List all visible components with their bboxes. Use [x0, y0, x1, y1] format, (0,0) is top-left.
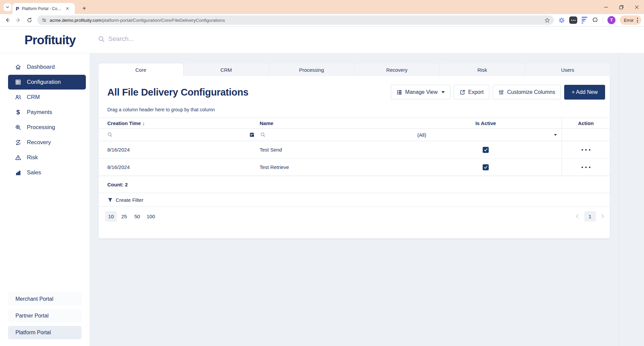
- browser-menu-icon[interactable]: [636, 17, 639, 23]
- browser-tab-strip: P Platform Portal - Configuration ✕ +: [0, 0, 644, 14]
- column-header-creation-time[interactable]: Creation Time↓: [99, 120, 258, 126]
- filter-is-active[interactable]: (All): [410, 129, 561, 141]
- page-size-50[interactable]: 50: [131, 211, 143, 222]
- row-actions-button[interactable]: [582, 149, 590, 151]
- create-filter-button[interactable]: Create Filter: [99, 193, 610, 207]
- browser-tab[interactable]: P Platform Portal - Configuration ✕: [12, 3, 75, 14]
- tab-label: Users: [561, 67, 574, 73]
- sidebar-item-crm[interactable]: CRM: [8, 90, 86, 105]
- page-size-10[interactable]: 10: [105, 211, 117, 222]
- manage-view-button[interactable]: Manage View: [391, 85, 450, 100]
- merchant-portal-button[interactable]: Merchant Portal: [8, 292, 82, 306]
- is-active-checkbox[interactable]: [483, 147, 489, 153]
- bookmark-star-icon[interactable]: [544, 17, 550, 23]
- back-button[interactable]: [4, 17, 11, 23]
- table-row: 8/16/2024 Test Retrieve: [99, 159, 610, 176]
- main-content: 2 Core CRM Processing Recovery Risk User…: [90, 53, 644, 346]
- tab-core[interactable]: Core: [99, 63, 183, 76]
- cell-creation-time: 8/16/2024: [99, 147, 258, 153]
- address-bar[interactable]: acme.demo.profituity.com/platform-portal…: [37, 15, 554, 25]
- global-search-input[interactable]: Search...: [98, 35, 299, 43]
- add-new-button[interactable]: + Add New: [564, 85, 605, 100]
- tab-search-chevron-icon[interactable]: [4, 3, 11, 11]
- page-size-selector: 10 25 50 100: [105, 211, 157, 222]
- warning-triangle-icon: [15, 154, 21, 161]
- platform-portal-button[interactable]: Platform Portal: [8, 326, 82, 339]
- extension-screenshot-icon[interactable]: [569, 16, 577, 24]
- sidebar-item-sales[interactable]: Sales: [8, 165, 86, 180]
- tab-users[interactable]: Users: [526, 63, 610, 76]
- tab-favicon: P: [16, 6, 19, 11]
- sidebar-item-configuration[interactable]: Configuration: [8, 75, 86, 90]
- filter-action-cell: [561, 129, 610, 141]
- chevron-down-icon: [441, 91, 445, 93]
- calendar-icon[interactable]: [249, 132, 255, 137]
- partner-portal-button[interactable]: Partner Portal: [8, 309, 82, 323]
- right-panel-strip: [619, 53, 644, 346]
- page-size-25[interactable]: 25: [118, 211, 130, 222]
- customize-columns-button[interactable]: Customize Columns: [493, 85, 561, 100]
- sidebar-item-label: Risk: [27, 154, 38, 161]
- next-page-button[interactable]: [600, 214, 605, 219]
- table-row: 8/16/2024 Test Send: [99, 141, 610, 159]
- portal-label: Partner Portal: [15, 313, 49, 319]
- tab-processing[interactable]: Processing: [269, 63, 354, 76]
- page-title: All File Delivery Configurations: [107, 87, 249, 98]
- site-settings-icon[interactable]: [41, 17, 47, 23]
- extension-filter-icon[interactable]: [582, 17, 587, 23]
- row-actions-button[interactable]: [582, 167, 590, 168]
- tab-risk[interactable]: Risk: [440, 63, 525, 76]
- button-label: Customize Columns: [507, 89, 555, 95]
- reload-button[interactable]: [26, 17, 33, 23]
- portal-label: Merchant Portal: [15, 296, 53, 302]
- app-header: Profituity Search... AD: [0, 26, 644, 53]
- column-header-is-active[interactable]: Is Active: [410, 120, 561, 126]
- forward-button[interactable]: [15, 17, 22, 23]
- tab-label: Risk: [477, 67, 487, 73]
- button-label: + Add New: [572, 89, 598, 95]
- tab-close-icon[interactable]: ✕: [65, 6, 70, 11]
- close-window-button[interactable]: [634, 4, 639, 10]
- tab-crm[interactable]: CRM: [184, 63, 269, 76]
- extension-spinner-icon[interactable]: [558, 17, 565, 23]
- current-page-button[interactable]: 1: [584, 211, 596, 222]
- sidebar-item-label: CRM: [27, 94, 40, 101]
- previous-page-button[interactable]: [575, 214, 580, 219]
- is-active-select[interactable]: (All): [410, 129, 561, 141]
- minimize-button[interactable]: [603, 4, 608, 10]
- browser-profile-button[interactable]: Error: [620, 15, 641, 25]
- sidebar-item-label: Recovery: [27, 139, 51, 146]
- sidebar-item-recovery[interactable]: Recovery: [8, 135, 86, 150]
- column-header-action: Action: [561, 118, 610, 128]
- cell-creation-time: 8/16/2024: [99, 164, 258, 170]
- filter-name[interactable]: [258, 129, 410, 141]
- sidebar-item-risk[interactable]: Risk: [8, 150, 86, 165]
- sidebar-item-payments[interactable]: $ Payments: [8, 105, 86, 120]
- profile-error-label: Error: [624, 18, 634, 23]
- tab-label: CRM: [220, 67, 232, 73]
- processing-magnifier-icon: [15, 124, 21, 131]
- page-size-100[interactable]: 100: [145, 211, 157, 222]
- is-active-checkbox[interactable]: [483, 164, 489, 170]
- sidebar-item-processing[interactable]: Processing: [8, 120, 86, 135]
- restore-button[interactable]: [619, 4, 624, 10]
- sidebar-item-dashboard[interactable]: Dashboard: [8, 60, 86, 74]
- search-placeholder: Search...: [108, 35, 134, 43]
- export-button[interactable]: Export: [454, 85, 489, 100]
- column-header-name[interactable]: Name: [258, 120, 410, 126]
- url-text: acme.demo.profituity.com/platform-portal…: [50, 18, 541, 23]
- module-tabs: Core CRM Processing Recovery Risk Users: [99, 63, 610, 76]
- extension-profile-badge[interactable]: T: [607, 16, 615, 24]
- cell-name: Test Retrieve: [258, 164, 410, 170]
- tab-recovery[interactable]: Recovery: [355, 63, 439, 76]
- sidebar-item-label: Sales: [27, 169, 41, 176]
- toolbar-divider: [603, 17, 603, 23]
- sidebar-item-label: Configuration: [27, 79, 61, 85]
- extensions-puzzle-icon[interactable]: [592, 17, 598, 23]
- dollar-icon: $: [15, 109, 21, 116]
- browser-toolbar: acme.demo.profituity.com/platform-portal…: [0, 14, 644, 26]
- new-tab-button[interactable]: +: [79, 4, 89, 13]
- search-icon: [107, 132, 113, 137]
- view-list-icon: [396, 90, 402, 95]
- filter-creation-time[interactable]: [99, 129, 258, 141]
